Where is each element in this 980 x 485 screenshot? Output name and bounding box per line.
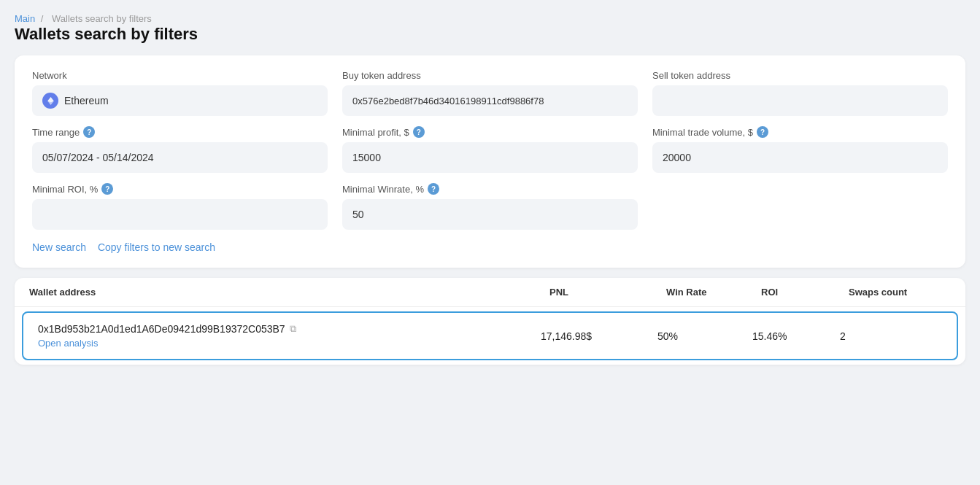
minimal-winrate-field: Minimal Winrate, % ? 50 — [342, 183, 638, 230]
minimal-trade-volume-field: Minimal trade volume, $ ? 20000 — [652, 126, 948, 173]
wallet-address-text: 0x1Bd953b21A0d1ed1A6De09421d99B19372C053… — [38, 323, 285, 335]
pnl-value: 17,146.98$ — [541, 330, 657, 342]
col-pnl: PNL — [549, 287, 666, 298]
col-wallet-address: Wallet address — [29, 287, 549, 298]
filters-card: Network Ethereum Buy token address 0x576… — [15, 55, 965, 268]
sell-token-label: Sell token address — [652, 70, 948, 81]
col-win-rate: Win Rate — [666, 287, 761, 298]
buy-token-field: Buy token address 0x576e2bed8f7b46d34016… — [342, 70, 638, 116]
time-range-help-icon: ? — [83, 126, 95, 138]
buy-token-input[interactable]: 0x576e2bed8f7b46d34016198911cdf9886f78 — [342, 85, 638, 116]
minimal-profit-input[interactable]: 15000 — [342, 142, 638, 173]
minimal-profit-help-icon: ? — [413, 126, 425, 138]
minimal-trade-volume-input[interactable]: 20000 — [652, 142, 948, 173]
wallet-cell: 0x1Bd953b21A0d1ed1A6De09421d99B19372C053… — [38, 323, 541, 349]
sell-token-input[interactable] — [652, 85, 948, 116]
network-input[interactable]: Ethereum — [32, 85, 328, 116]
buy-token-label: Buy token address — [342, 70, 638, 81]
wallet-address-row: 0x1Bd953b21A0d1ed1A6De09421d99B19372C053… — [38, 323, 541, 335]
copy-filters-link[interactable]: Copy filters to new search — [98, 241, 215, 253]
minimal-winrate-input[interactable]: 50 — [342, 199, 638, 230]
actions-row: New search Copy filters to new search — [32, 241, 948, 253]
buy-token-value: 0x576e2bed8f7b46d34016198911cdf9886f78 — [352, 96, 544, 106]
time-range-label: Time range ? — [32, 126, 328, 138]
sell-token-field: Sell token address — [652, 70, 948, 116]
win-rate-value: 50% — [657, 330, 752, 342]
table-row: 0x1Bd953b21A0d1ed1A6De09421d99B19372C053… — [22, 311, 958, 360]
new-search-link[interactable]: New search — [32, 241, 86, 253]
col-swaps-count: Swaps count — [849, 287, 951, 298]
copy-icon[interactable]: ⧉ — [290, 323, 296, 335]
network-label: Network — [32, 70, 328, 81]
minimal-roi-field: Minimal ROI, % ? — [32, 183, 328, 230]
ethereum-icon — [42, 93, 58, 109]
page-title: Wallets search by filters — [15, 25, 965, 44]
minimal-trade-volume-value: 20000 — [663, 152, 691, 163]
breadcrumb-separator: / — [41, 13, 44, 24]
minimal-profit-label: Minimal profit, $ ? — [342, 126, 638, 138]
time-range-value: 05/07/2024 - 05/14/2024 — [42, 152, 154, 163]
filters-grid: Network Ethereum Buy token address 0x576… — [32, 70, 948, 230]
minimal-profit-value: 15000 — [352, 152, 381, 163]
results-table-card: Wallet address PNL Win Rate ROI Swaps co… — [15, 278, 965, 365]
empty-cell — [652, 183, 948, 230]
minimal-roi-help-icon: ? — [101, 183, 113, 195]
open-analysis-link[interactable]: Open analysis — [38, 338, 541, 349]
breadcrumb-main-link[interactable]: Main — [15, 13, 35, 24]
swaps-count-value: 2 — [840, 330, 942, 342]
minimal-trade-help-icon: ? — [757, 126, 768, 138]
minimal-winrate-help-icon: ? — [428, 183, 439, 195]
minimal-profit-field: Minimal profit, $ ? 15000 — [342, 126, 638, 173]
network-field: Network Ethereum — [32, 70, 328, 116]
breadcrumb: Main / Wallets search by filters — [15, 12, 965, 25]
network-value: Ethereum — [64, 95, 109, 106]
time-range-input[interactable]: 05/07/2024 - 05/14/2024 — [32, 142, 328, 173]
table-header: Wallet address PNL Win Rate ROI Swaps co… — [15, 278, 965, 307]
breadcrumb-current: Wallets search by filters — [52, 13, 152, 24]
minimal-winrate-label: Minimal Winrate, % ? — [342, 183, 638, 195]
minimal-winrate-value: 50 — [352, 209, 364, 220]
time-range-field: Time range ? 05/07/2024 - 05/14/2024 — [32, 126, 328, 173]
minimal-trade-volume-label: Minimal trade volume, $ ? — [652, 126, 948, 138]
roi-value: 15.46% — [752, 330, 840, 342]
minimal-roi-label: Minimal ROI, % ? — [32, 183, 328, 195]
minimal-roi-input[interactable] — [32, 199, 328, 230]
col-roi: ROI — [761, 287, 849, 298]
